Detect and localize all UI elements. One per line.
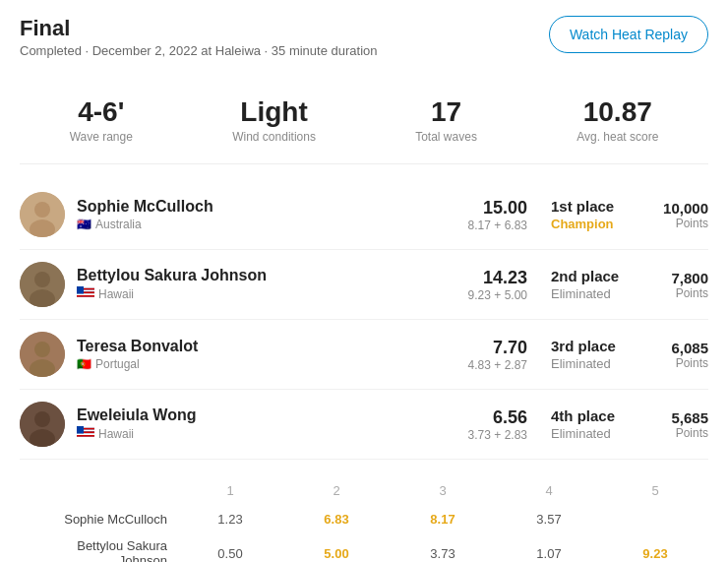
country-name: Hawaii bbox=[98, 287, 134, 301]
points-block: 7,800Points bbox=[639, 270, 708, 300]
wave-score-1: 0.50 bbox=[177, 532, 283, 562]
place-block: 3rd placeEliminated bbox=[551, 338, 639, 371]
avatar bbox=[20, 332, 65, 377]
header-info: Final Completed · December 2, 2022 at Ha… bbox=[20, 16, 378, 58]
wave-table-row: Sophie McCulloch1.236.838.173.57 bbox=[20, 506, 708, 532]
surfer-country: Hawaii bbox=[77, 426, 468, 442]
stat-label: Avg. heat score bbox=[576, 130, 658, 144]
place-label: 1st place bbox=[551, 198, 639, 215]
points-value: 5,685 bbox=[639, 409, 708, 426]
surfer-name: Eweleiula Wong bbox=[77, 406, 468, 424]
place-status: Champion bbox=[551, 217, 639, 231]
wave-score-5 bbox=[602, 506, 708, 532]
svg-point-1 bbox=[34, 202, 50, 218]
stats-row: 4-6' Wave range Light Wind conditions 17… bbox=[20, 82, 708, 164]
result-row: Sophie McCulloch🇦🇺Australia15.008.17 + 6… bbox=[20, 180, 708, 250]
wave-score-3: 8.17 bbox=[390, 506, 496, 532]
surfer-name: Sophie McCulloch bbox=[77, 198, 468, 216]
stat-wind: Light Wind conditions bbox=[232, 97, 316, 144]
place-label: 4th place bbox=[551, 407, 639, 424]
svg-rect-12 bbox=[77, 295, 94, 297]
page-header: Final Completed · December 2, 2022 at Ha… bbox=[20, 16, 708, 58]
wave-table-body: Sophie McCulloch1.236.838.173.57Bettylou… bbox=[20, 506, 708, 562]
wave-table-col-5: 5 bbox=[602, 479, 708, 506]
stat-value: 10.87 bbox=[576, 97, 658, 128]
surfer-name: Bettylou Sakura Johnson bbox=[77, 267, 468, 284]
points-block: 6,085Points bbox=[639, 340, 708, 370]
stat-avg-heat-score: 10.87 Avg. heat score bbox=[576, 97, 658, 144]
heat-score-main: 7.70 bbox=[468, 338, 527, 358]
svg-rect-14 bbox=[77, 286, 84, 294]
surfer-country: 🇦🇺Australia bbox=[77, 218, 468, 231]
place-status: Eliminated bbox=[551, 286, 639, 301]
wave-scores-table: 12345 Sophie McCulloch1.236.838.173.57Be… bbox=[20, 479, 708, 562]
heat-score-block: 7.704.83 + 2.87 bbox=[468, 338, 527, 372]
country-flag-icon: 🇵🇹 bbox=[77, 357, 91, 371]
heat-score-main: 15.00 bbox=[468, 198, 527, 219]
surfer-info: Bettylou Sakura JohnsonHawaii bbox=[77, 267, 468, 302]
country-name: Australia bbox=[95, 218, 142, 231]
wave-surfer-name: Sophie McCulloch bbox=[20, 506, 177, 532]
wave-table-header: 12345 bbox=[20, 479, 708, 506]
heat-score-main: 14.23 bbox=[468, 268, 527, 288]
place-block: 4th placeEliminated bbox=[551, 407, 639, 441]
svg-point-4 bbox=[34, 272, 50, 287]
country-flag-icon bbox=[77, 426, 94, 442]
avatar bbox=[20, 192, 65, 237]
page-title: Final bbox=[20, 16, 378, 41]
surfer-info: Teresa Bonvalot🇵🇹Portugal bbox=[77, 338, 468, 371]
place-block: 1st placeChampion bbox=[551, 198, 639, 231]
place-block: 2nd placeEliminated bbox=[551, 268, 639, 301]
country-flag-icon: 🇦🇺 bbox=[77, 218, 91, 231]
stat-label: Wave range bbox=[70, 130, 133, 144]
status-badge: Completed bbox=[20, 43, 82, 58]
points-value: 6,085 bbox=[639, 340, 708, 356]
page-subtitle: Completed · December 2, 2022 at Haleiwa … bbox=[20, 43, 378, 58]
points-block: 10,000Points bbox=[639, 200, 708, 230]
results-list: Sophie McCulloch🇦🇺Australia15.008.17 + 6… bbox=[20, 180, 708, 460]
wave-table-col-4: 4 bbox=[496, 479, 602, 506]
stat-wave-range: 4-6' Wave range bbox=[70, 97, 133, 144]
points-label: Points bbox=[639, 426, 708, 440]
wave-score-2: 6.83 bbox=[283, 506, 390, 532]
country-name: Portugal bbox=[95, 357, 140, 371]
result-row: Bettylou Sakura JohnsonHawaii14.239.23 +… bbox=[20, 250, 708, 320]
svg-rect-28 bbox=[77, 437, 94, 439]
result-row: Teresa Bonvalot🇵🇹Portugal7.704.83 + 2.87… bbox=[20, 320, 708, 390]
result-row: Eweleiula WongHawaii6.563.73 + 2.834th p… bbox=[20, 390, 708, 460]
surfer-info: Sophie McCulloch🇦🇺Australia bbox=[77, 198, 468, 231]
svg-point-16 bbox=[34, 342, 50, 357]
country-name: Hawaii bbox=[98, 427, 134, 441]
stat-value: 4-6' bbox=[70, 97, 133, 128]
points-value: 7,800 bbox=[639, 270, 708, 286]
points-label: Points bbox=[639, 217, 708, 230]
place-status: Eliminated bbox=[551, 426, 639, 441]
heat-score-sub: 3.73 + 2.83 bbox=[468, 428, 527, 442]
wave-table-surfer-col bbox=[20, 479, 177, 506]
country-flag-icon bbox=[77, 286, 94, 302]
svg-point-19 bbox=[34, 411, 50, 427]
svg-rect-27 bbox=[77, 435, 94, 437]
avatar bbox=[20, 402, 65, 447]
heat-score-sub: 8.17 + 6.83 bbox=[468, 219, 527, 232]
place-label: 2nd place bbox=[551, 268, 639, 284]
wave-table-col-3: 3 bbox=[390, 479, 496, 506]
heat-score-block: 14.239.23 + 5.00 bbox=[468, 268, 527, 302]
surfer-info: Eweleiula WongHawaii bbox=[77, 406, 468, 442]
points-block: 5,685Points bbox=[639, 409, 708, 440]
svg-rect-13 bbox=[77, 297, 94, 299]
stat-value: 17 bbox=[415, 97, 477, 128]
stat-total-waves: 17 Total waves bbox=[415, 97, 477, 144]
watch-replay-button[interactable]: Watch Heat Replay bbox=[549, 16, 708, 53]
avatar bbox=[20, 262, 65, 307]
wave-table-col-1: 1 bbox=[177, 479, 283, 506]
heat-score-block: 6.563.73 + 2.83 bbox=[468, 407, 527, 442]
wave-score-3: 3.73 bbox=[390, 532, 496, 562]
wave-score-5: 9.23 bbox=[602, 532, 708, 562]
svg-rect-29 bbox=[77, 426, 84, 434]
wave-table-col-2: 2 bbox=[283, 479, 390, 506]
heat-score-sub: 9.23 + 5.00 bbox=[468, 288, 527, 302]
points-label: Points bbox=[639, 356, 708, 370]
event-details: · December 2, 2022 at Haleiwa · 35 minut… bbox=[86, 43, 378, 58]
surfer-name: Teresa Bonvalot bbox=[77, 338, 468, 355]
